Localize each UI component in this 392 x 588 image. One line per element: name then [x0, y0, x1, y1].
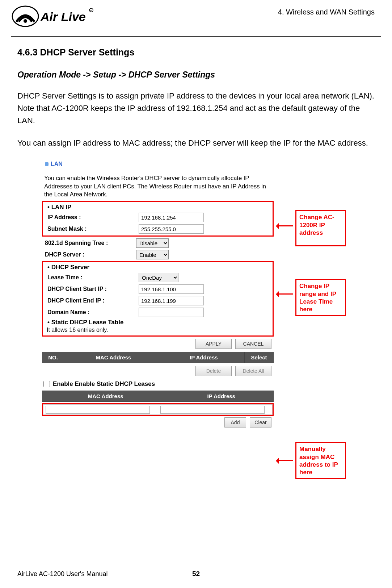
chapter-header: 4. Wireless and WAN Settings: [278, 8, 375, 16]
subnet-mask-label: Subnet Mask :: [45, 226, 139, 232]
dhcp-server-heading: DHCP Server: [45, 263, 271, 272]
lan-intro-text: You can enable the Wireless Router's DHC…: [42, 169, 274, 200]
delete-button[interactable]: Delete: [195, 366, 232, 376]
subnet-mask-input[interactable]: [139, 224, 204, 234]
dhcp-end-input[interactable]: [139, 296, 204, 305]
paragraph-2: You can assign IP address to MAC address…: [17, 137, 375, 149]
brand-logo: Air Live R: [11, 4, 94, 30]
callout-2: Change IP range and IP Lease Time here: [295, 279, 346, 316]
domain-name-input[interactable]: [139, 308, 204, 317]
section-title: 4.6.3 DHCP Server Settings: [17, 47, 375, 58]
footer-page-number: 52: [0, 570, 392, 578]
col-ip2: IP Address: [169, 391, 274, 402]
domain-name-label: Domain Name :: [45, 309, 139, 316]
static-lease-table: NO. MAC Address IP Address Select: [42, 352, 274, 363]
callout-arrow-1: [277, 225, 293, 226]
manual-entry-highlight-box: [42, 403, 274, 416]
square-bullet-icon: [45, 162, 49, 166]
dhcp-end-label: DHCP Client End IP :: [45, 297, 139, 304]
dhcp-server-highlight-box: DHCP Server Lease Time : OneDay DHCP Cli…: [42, 261, 274, 337]
callout-1: Change AC-1200R IP address: [295, 210, 346, 246]
breadcrumb: Operation Mode -> Setup -> DHCP Server S…: [17, 70, 375, 80]
enable-static-checkbox[interactable]: [43, 381, 50, 387]
lan-section-header: LAN: [42, 159, 274, 169]
static-lease-heading: Static DHCP Lease Table: [45, 318, 271, 327]
lan-ip-heading: LAN IP: [45, 203, 271, 212]
spanning-tree-label: 802.1d Spanning Tree :: [42, 240, 136, 246]
paragraph-1: DHCP Server Settings is to assign privat…: [17, 90, 375, 127]
col-no: NO.: [42, 352, 64, 363]
svg-point-1: [24, 19, 27, 23]
callout-arrow-2: [277, 293, 293, 295]
lease-time-select[interactable]: OneDay: [139, 273, 178, 282]
dhcp-start-label: DHCP Client Start IP :: [45, 286, 139, 292]
lease-time-label: Lease Time :: [45, 274, 139, 281]
static-entry-table: MAC Address IP Address: [42, 391, 274, 402]
add-button[interactable]: Add: [224, 417, 246, 428]
lan-label: LAN: [51, 161, 63, 167]
dhcp-start-input[interactable]: [139, 284, 204, 294]
enable-static-label: Enable Enable Static DHCP Leases: [53, 380, 155, 388]
svg-text:Air Live: Air Live: [40, 10, 86, 24]
col-mac2: MAC Address: [42, 391, 169, 402]
delete-all-button[interactable]: Delete All: [235, 366, 271, 376]
svg-text:R: R: [90, 9, 92, 12]
dhcp-server-toggle-label: DHCP Server :: [42, 251, 136, 258]
ip-entry-input[interactable]: [160, 406, 265, 414]
col-mac: MAC Address: [64, 352, 163, 363]
static-lease-note: It allows 16 entries only.: [45, 327, 271, 335]
clear-button[interactable]: Clear: [250, 417, 271, 428]
cancel-button[interactable]: CANCEL: [235, 339, 271, 349]
apply-button[interactable]: APPLY: [195, 339, 232, 349]
col-select: Select: [245, 352, 274, 363]
ip-address-label: IP Address :: [45, 214, 139, 221]
ip-address-input[interactable]: [139, 213, 204, 222]
col-ip: IP Address: [163, 352, 244, 363]
callout-arrow-3: [277, 460, 293, 461]
lan-ip-highlight-box: LAN IP IP Address : Subnet Mask :: [42, 201, 274, 237]
header-divider: [11, 36, 381, 37]
dhcp-server-select[interactable]: Enable: [136, 250, 169, 259]
spanning-tree-select[interactable]: Disable: [136, 238, 169, 248]
callout-3: Manually assign MAC address to IP here: [295, 442, 346, 479]
mac-entry-input[interactable]: [46, 406, 150, 414]
